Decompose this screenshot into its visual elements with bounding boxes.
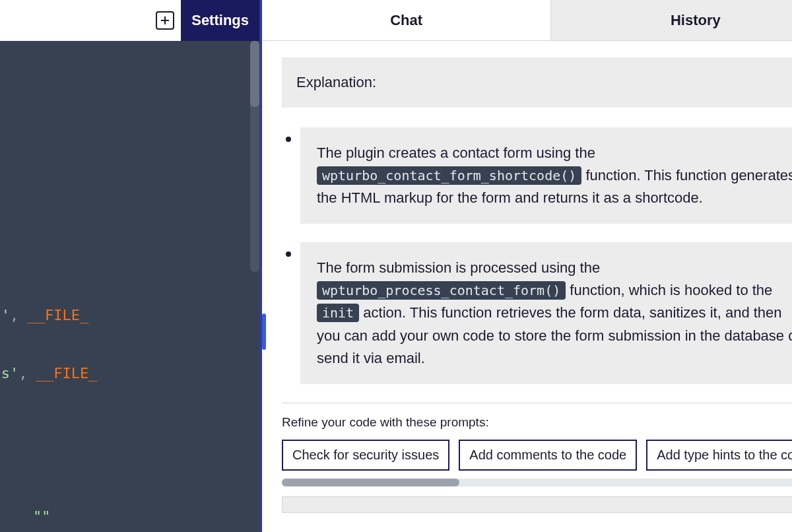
horizontal-scrollbar-thumb[interactable]: [282, 479, 459, 486]
code-line: ress.: [0, 107, 97, 131]
bullet-icon: [286, 137, 291, 142]
divider: [282, 403, 792, 403]
chat-panel: Chat History Explanation: The plugin cre…: [262, 0, 792, 532]
explanation-item: The form submission is processed using t…: [282, 242, 792, 383]
inline-code: wpturbo_process_contact_form(): [317, 281, 566, 300]
explanation-item: The plugin creates a contact form using …: [282, 127, 792, 224]
settings-tab[interactable]: Settings: [181, 0, 259, 41]
refine-prompts-label: Refine your code with these prompts:: [282, 415, 792, 430]
prompt-security-button[interactable]: Check for security issues: [282, 440, 449, 471]
inline-code: init: [317, 304, 359, 322]
add-button[interactable]: [156, 11, 174, 30]
chat-input[interactable]: [282, 496, 792, 513]
bullet-icon: [286, 251, 291, 257]
code-editor-panel: Settings ress. url( 'css/style.css', __F…: [0, 0, 262, 532]
code-editor[interactable]: ress. url( 'css/style.css', __FILE_ s_ur…: [0, 41, 259, 532]
tab-history[interactable]: History: [550, 0, 792, 40]
code-line: "": [0, 504, 97, 529]
explanation-list: The plugin creates a contact form using …: [282, 127, 792, 384]
code-line: s_url( 'js/script.js', __FILE_: [0, 361, 97, 385]
panel-tabs: Chat History: [262, 0, 792, 41]
code-line: ipts' );: [0, 400, 97, 424]
explanation-text: The plugin creates a contact form using …: [300, 127, 792, 224]
tab-chat[interactable]: Chat: [262, 0, 550, 40]
prompt-comments-button[interactable]: Add comments to the code: [459, 440, 637, 471]
code-line: url( 'css/style.css', __FILE_: [0, 303, 97, 327]
prompt-typehints-button[interactable]: Add type hints to the code: [646, 440, 792, 471]
app-container: Settings ress. url( 'css/style.css', __F…: [0, 0, 792, 532]
plus-icon: [160, 16, 170, 25]
chat-content: Explanation: The plugin creates a contac…: [262, 41, 792, 532]
panel-resize-handle[interactable]: [262, 314, 266, 350]
left-header: Settings: [0, 0, 259, 41]
explanation-text: The form submission is processed using t…: [300, 242, 792, 383]
explanation-heading: Explanation:: [282, 57, 792, 108]
horizontal-scrollbar-track[interactable]: [282, 479, 792, 486]
inline-code: wpturbo_contact_form_shortcode(): [317, 166, 581, 185]
prompt-buttons-row: Check for security issues Add comments t…: [282, 440, 792, 471]
editor-scrollbar-thumb[interactable]: [250, 41, 259, 107]
editor-scrollbar-track[interactable]: [250, 41, 259, 272]
